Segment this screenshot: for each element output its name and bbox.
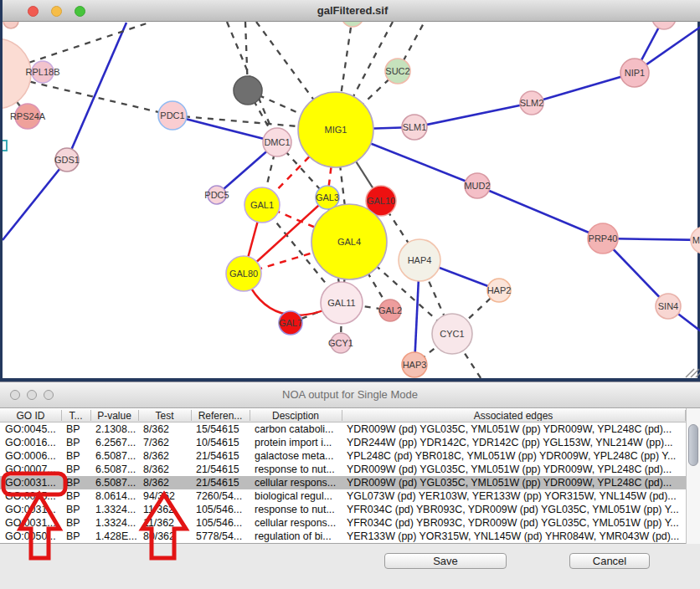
table-row[interactable]: GO:0006...BP6.5087...8/36221/54615galact…	[0, 449, 686, 463]
node-label: PRP40	[589, 233, 618, 243]
node-label: SLM1	[403, 122, 427, 132]
cell: YFR034C (pd) YBR093C, YDR009W (pd) YGL03…	[347, 504, 690, 515]
column-header-go-id[interactable]: GO ID	[0, 410, 62, 421]
results-table: GO:0045...BP2.1308...8/36215/54615carbon…	[0, 423, 700, 544]
edge-GDS1-left1[interactable]	[3, 160, 67, 240]
node-label: HAP3	[403, 360, 427, 370]
node-label: MIG1	[325, 125, 347, 135]
cell: YDR009W (pd) YGL035C, YML051W (pp) YDR00…	[347, 464, 690, 475]
table-row[interactable]: GO:0031...BP1.3324...11/362105/546...res…	[0, 503, 686, 516]
noa-window: NOA output for Single Mode GO IDT...P-va…	[0, 382, 700, 589]
node-label: GCY1	[328, 338, 353, 348]
edge-MUD2-PRP40[interactable]	[477, 186, 603, 238]
table-row[interactable]: GO:0007...BP6.5087...8/36221/54615respon…	[0, 463, 686, 476]
node-label: GDS1	[54, 155, 80, 165]
table-row[interactable]: GO:0016...BP6.2567...7/36210/54615protei…	[0, 436, 686, 449]
node-label: PDC5	[204, 190, 229, 200]
resize-grip-icon[interactable]	[686, 369, 700, 377]
node-label: GAL7	[279, 318, 302, 328]
edge-SLM1-SLM2[interactable]	[414, 103, 532, 127]
node-label: HAP4	[408, 255, 432, 265]
node-label: GAL4	[337, 237, 361, 247]
column-header-desciption[interactable]: Desciption	[250, 410, 342, 421]
column-header-referen-[interactable]: Referen...	[191, 410, 250, 421]
node-label: MSL5	[692, 235, 700, 245]
scrollbar-thumb[interactable]	[688, 424, 698, 466]
cell: YFR034C (pd) YBR093C, YDR009W (pd) YGL03…	[347, 517, 690, 529]
table-row[interactable]: GO:0065...BP8.0614...94/3627260/54...bio…	[0, 489, 686, 503]
node-label: DMC1	[264, 137, 290, 147]
network-canvas[interactable]: RPL18BRPS24AGDS1PDC1MIG1SUC2SLM1SLM2NIP1…	[3, 0, 700, 382]
node-label: GAL3	[316, 192, 339, 202]
column-header-associated-edges[interactable]: Associated edges	[342, 410, 686, 421]
node-label: GAL11	[327, 298, 355, 308]
node-label: HAP2	[487, 285, 512, 295]
node-label: RPL18B	[26, 67, 60, 77]
table-row[interactable]: GO:0031...BP6.5087...8/36221/54615cellul…	[0, 476, 686, 489]
save-button[interactable]: Save	[384, 553, 507, 569]
table-row[interactable]: GO:0045...BP2.1308...8/36215/54615carbon…	[0, 423, 686, 436]
node-label: PDC1	[160, 110, 184, 120]
vertical-scrollbar[interactable]	[686, 408, 700, 544]
canvas-handle	[3, 141, 7, 151]
cell: YDR009W (pd) YGL035C, YML051W (pp) YDR00…	[347, 423, 690, 435]
cell: YDR009W (pd) YGL035C, YML051W (pp) YDR00…	[347, 477, 690, 489]
node-label: GAL80	[229, 269, 258, 279]
cell: YGL073W (pd) YER103W, YER133W (pp) YOR31…	[347, 490, 690, 502]
cell: YPL248C (pd) YBR018C, YML051W (pp) YDR00…	[347, 450, 690, 462]
node-label: SIN4	[658, 301, 678, 311]
edge-SLM2-NIP1[interactable]	[532, 73, 635, 103]
node-label: SUC2	[385, 66, 409, 76]
node-label: GAL1	[250, 200, 274, 210]
cell: YDR244W (pp) YDR142C, YDR142C (pp) YGL15…	[347, 437, 690, 448]
column-header-t-[interactable]: T...	[61, 410, 91, 421]
network-window: RPL18BRPS24AGDS1PDC1MIG1SUC2SLM1SLM2NIP1…	[0, 0, 700, 382]
noa-window-title: NOA output for Single Mode	[0, 388, 700, 401]
node-label: CYC1	[440, 329, 464, 339]
node-darknode[interactable]	[234, 76, 262, 105]
node-label: NIP1	[625, 68, 645, 78]
node-label: MUD2	[464, 181, 490, 191]
network-titlebar: galFiltered.sif	[3, 0, 700, 22]
cell: YER133W (pp) YOR315W, YNL145W (pd) YHR08…	[347, 530, 690, 542]
column-header-test[interactable]: Test	[138, 410, 192, 421]
cancel-button[interactable]: Cancel	[569, 553, 650, 569]
noa-titlebar: NOA output for Single Mode	[0, 382, 700, 408]
node-label: SLM2	[520, 98, 544, 108]
network-window-title: galFiltered.sif	[3, 4, 700, 17]
table-row[interactable]: GO:0031...BP1.3324...11/362105/546...cel…	[0, 516, 686, 530]
table-row[interactable]: GO:0050...BP1.428E...80/3625778/54...reg…	[0, 530, 686, 543]
node-label: RPS24A	[10, 111, 46, 121]
edge-top1-GDS1[interactable]	[67, 23, 126, 160]
column-header-p-value[interactable]: P-value	[90, 410, 139, 421]
node-label: GAL10	[367, 196, 395, 206]
table-header: GO IDT...P-valueTestReferen...Desciption…	[0, 408, 700, 423]
node-label: GAL2	[378, 305, 402, 315]
